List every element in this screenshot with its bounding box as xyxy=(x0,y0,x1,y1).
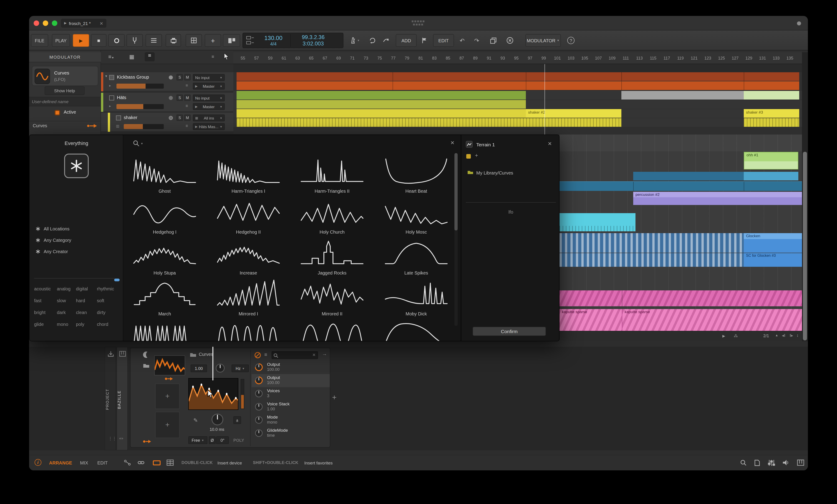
view-tab-mix[interactable]: MIX xyxy=(80,460,88,465)
arm-button[interactable] xyxy=(169,96,173,100)
view-tab-arrange[interactable]: ARRANGE xyxy=(49,460,72,465)
beat-ruler[interactable]: 5557596163656769717375777981838587899193… xyxy=(233,52,802,64)
list-view-icon[interactable]: ≡ xyxy=(145,52,155,61)
tag-analog[interactable]: analog xyxy=(57,286,76,291)
output-selector[interactable]: ▶Master▼ xyxy=(193,83,225,90)
layered-editing-button[interactable] xyxy=(146,34,162,47)
track-header-shaker[interactable]: shaker S M ▦All ins▼ ▥ ≡ ▶Häts Mas...▼ xyxy=(101,113,233,132)
export-button[interactable] xyxy=(165,34,181,47)
active-row[interactable]: Active xyxy=(29,108,101,117)
curve-thumbnail-march[interactable] xyxy=(133,319,197,341)
selected-region[interactable] xyxy=(621,91,744,99)
follow-playhead-button[interactable] xyxy=(380,34,392,47)
lane-haets-a[interactable] xyxy=(233,91,802,99)
document-tab[interactable]: ▶ frosch_21 * ✕ xyxy=(61,19,106,28)
tag-swatch[interactable] xyxy=(466,154,471,158)
solo-button[interactable]: S xyxy=(177,114,183,121)
tag-chord[interactable]: chord xyxy=(97,322,120,327)
volume-slider[interactable] xyxy=(117,83,164,89)
lane-haets-b[interactable] xyxy=(233,100,802,109)
curve-thumbnail-mosque[interactable] xyxy=(385,237,448,267)
solo-button[interactable]: S xyxy=(177,95,183,101)
next-page-icon[interactable]: → xyxy=(322,351,327,356)
clip-blue-segment[interactable] xyxy=(633,172,744,181)
clip-segment[interactable] xyxy=(236,91,526,99)
dots-icon[interactable]: ⋮⋮ xyxy=(108,436,117,441)
rate-value-box[interactable]: 1.00 xyxy=(191,365,207,372)
scrollbar-thumb[interactable] xyxy=(803,152,807,340)
preset-name[interactable]: Late Spikes xyxy=(385,270,448,275)
arranger-timeline-top[interactable]: 5557596163656769717375777981838587899193… xyxy=(233,51,802,134)
mod-target-glidemode[interactable]: GlideModetime xyxy=(252,427,330,440)
collapse-icons[interactable]: «» xyxy=(119,436,123,441)
close-save-panel-icon[interactable]: ✕ xyxy=(548,141,552,147)
clip-shaker3[interactable]: shaker #3 xyxy=(744,109,799,118)
io-routing-icon[interactable] xyxy=(124,460,131,466)
rate-knob[interactable] xyxy=(215,363,225,373)
curve-thumbnail-scrolled-2[interactable] xyxy=(300,155,364,185)
curve-thumbnail-church[interactable] xyxy=(300,237,364,267)
clip-ohh1[interactable]: ohh #1 xyxy=(744,152,798,169)
mod-target-output[interactable]: Output100.00 xyxy=(252,361,330,374)
clip-notes-sc[interactable] xyxy=(559,253,744,267)
curve-thumbnail-harm-tri-2[interactable] xyxy=(300,196,364,226)
device-panel-toggle-icon[interactable] xyxy=(153,460,161,465)
modulation-out-arrow-icon[interactable] xyxy=(164,376,173,381)
playhead-position[interactable]: 99.3.2.36 xyxy=(291,34,336,40)
mod-target-mode[interactable]: Modemono xyxy=(252,414,330,427)
add-device-button[interactable]: + xyxy=(332,393,337,402)
preset-name[interactable]: Mirrored I xyxy=(216,311,280,316)
pencil-icon[interactable]: ✎ xyxy=(193,417,198,424)
filter-any-creator[interactable]: Any Creator xyxy=(36,247,68,256)
playhead-time[interactable]: 3:02.003 xyxy=(291,40,336,47)
scope-title[interactable]: Everything xyxy=(30,141,123,146)
clip-kaputte1[interactable]: kaputte sparse xyxy=(559,309,622,331)
curve-thumbnail-hedgehog-2[interactable] xyxy=(216,237,280,267)
curve-thumbnail-increase[interactable] xyxy=(216,278,280,308)
clip-percussion2[interactable]: percussion #2 xyxy=(633,192,802,205)
curve-thumbnail-mirrored-2[interactable] xyxy=(300,319,364,341)
output-selector[interactable]: ▶Master▼ xyxy=(193,103,225,110)
device-title[interactable]: Curves xyxy=(199,352,213,357)
modulation-source-row[interactable]: Curves xyxy=(29,121,101,130)
arm-button[interactable] xyxy=(169,116,173,120)
folder-icon[interactable] xyxy=(143,363,150,368)
punch-marker-button[interactable] xyxy=(420,34,429,47)
redo-button[interactable]: ↷ xyxy=(471,34,482,47)
pointer-tool-icon[interactable] xyxy=(224,53,229,60)
clip-segment[interactable] xyxy=(744,91,799,99)
tag-mono[interactable]: mono xyxy=(57,322,76,327)
curve-thumbnail-hedgehog-1[interactable] xyxy=(133,237,197,267)
add-track-button[interactable]: + xyxy=(205,34,221,47)
clip-blue-bar[interactable] xyxy=(559,181,802,191)
dual-display-button[interactable] xyxy=(223,34,240,47)
curve-thumbnail-ghost[interactable] xyxy=(133,196,197,226)
preset-name[interactable]: Increase xyxy=(216,270,280,275)
modulator-menu-button[interactable]: MODULATOR ▼ xyxy=(526,34,561,47)
tag-digital[interactable]: digital xyxy=(76,286,97,291)
arranger-lower-right[interactable]: ohh #1 percussion #2 Glocken SC for Gloc… xyxy=(559,134,802,341)
grid-scrollbar[interactable] xyxy=(455,153,458,326)
search-icon[interactable] xyxy=(740,460,747,466)
solo-button[interactable]: S xyxy=(177,74,183,80)
clip-blue-segment[interactable] xyxy=(744,172,798,181)
modulation-outs-icon[interactable] xyxy=(142,439,152,444)
curve-thumbnail-scrolled-3[interactable] xyxy=(385,155,448,185)
clip-notes-glocken[interactable] xyxy=(559,233,744,253)
tag-bright[interactable]: bright xyxy=(34,310,57,315)
preset-name[interactable]: Harm-Triangles II xyxy=(300,189,364,193)
preset-browser-popup[interactable]: Everything All LocationsAny CategoryAny … xyxy=(29,134,559,341)
rate-unit-selector[interactable]: Hz▼ xyxy=(232,365,249,372)
panel-tab-bazille[interactable]: BAZILLE «» xyxy=(117,347,128,450)
bipolar-toggle[interactable]: ± xyxy=(233,416,241,424)
tap-tempo-button[interactable] xyxy=(126,34,143,47)
save-location[interactable]: My Library/Curves xyxy=(476,170,513,175)
clip-segment[interactable] xyxy=(236,81,799,90)
zoom-vertical-icon[interactable]: ↕ xyxy=(797,333,799,338)
link-icon[interactable] xyxy=(137,460,145,466)
category-tag[interactable]: lfo xyxy=(461,209,559,214)
file-icon[interactable] xyxy=(754,460,760,466)
mod-target-voice-stack[interactable]: Voice Stack1.00 xyxy=(252,400,330,414)
tab-close-icon[interactable]: ✕ xyxy=(100,21,103,26)
tag-dark[interactable]: dark xyxy=(57,310,76,315)
